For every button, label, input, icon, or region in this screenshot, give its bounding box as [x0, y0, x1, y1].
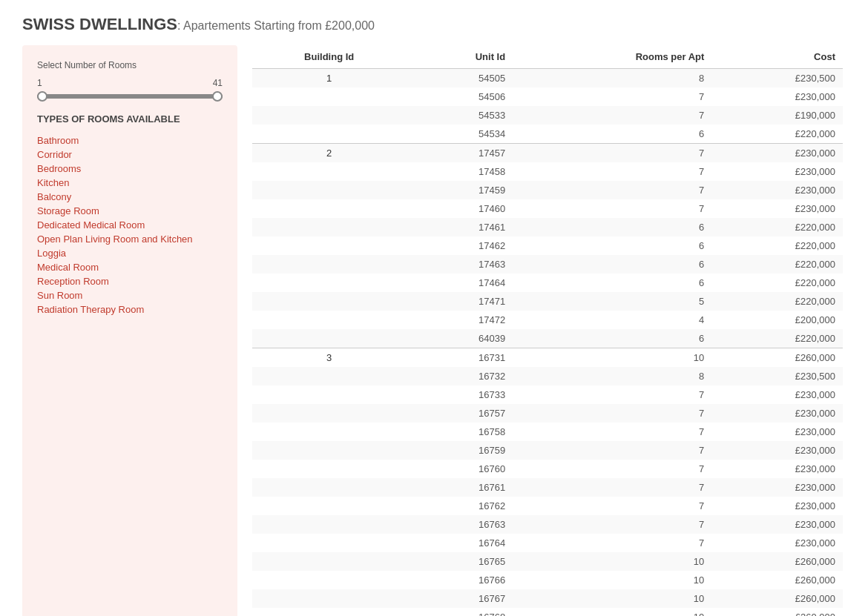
slider-track[interactable] [37, 94, 223, 99]
table-row: 174616£220,000 [252, 218, 843, 236]
table-row: 174626£220,000 [252, 236, 843, 255]
cell-unit-id: 17457 [406, 144, 513, 163]
cell-cost: £220,000 [711, 255, 843, 274]
table-row: 174587£230,000 [252, 162, 843, 181]
room-type-item[interactable]: Open Plan Living Room and Kitchen [37, 232, 223, 246]
room-type-item[interactable]: Corridor [37, 148, 223, 162]
table-row: 1676810£260,000 [252, 608, 843, 616]
room-type-item[interactable]: Bedrooms [37, 162, 223, 176]
cell-cost: £260,000 [711, 348, 843, 368]
cell-unit-id: 16732 [406, 367, 513, 385]
cell-building-id [252, 460, 406, 478]
table-row: 167647£230,000 [252, 534, 843, 552]
cell-unit-id: 16767 [406, 589, 513, 608]
cell-rooms: 10 [513, 608, 711, 616]
cell-building-id: 2 [252, 144, 406, 163]
cell-unit-id: 64039 [406, 329, 513, 348]
cell-rooms: 6 [513, 255, 711, 274]
slider-fill [37, 94, 223, 99]
slider-min: 1 [37, 78, 42, 88]
cell-cost: £230,000 [711, 497, 843, 515]
cell-unit-id: 54505 [406, 69, 513, 88]
table-row: 545067£230,000 [252, 87, 843, 106]
table-row: 174636£220,000 [252, 255, 843, 274]
cell-unit-id: 16762 [406, 497, 513, 515]
cell-building-id [252, 311, 406, 329]
cell-building-id [252, 125, 406, 144]
cell-cost: £260,000 [711, 571, 843, 589]
cell-rooms: 4 [513, 311, 711, 329]
cell-rooms: 7 [513, 515, 711, 534]
slider-section: Select Number of Rooms 1 41 [37, 60, 223, 99]
table-row: 545346£220,000 [252, 125, 843, 144]
room-type-item[interactable]: Medical Room [37, 260, 223, 274]
cell-rooms: 10 [513, 589, 711, 608]
cell-unit-id: 54506 [406, 87, 513, 106]
cell-rooms: 6 [513, 125, 711, 144]
cell-unit-id: 16765 [406, 552, 513, 571]
table-row: 167597£230,000 [252, 441, 843, 460]
table-row: 167627£230,000 [252, 497, 843, 515]
table-row: 1676710£260,000 [252, 589, 843, 608]
room-type-item[interactable]: Dedicated Medical Room [37, 218, 223, 232]
cell-rooms: 7 [513, 199, 711, 218]
cell-rooms: 7 [513, 106, 711, 125]
cell-rooms: 8 [513, 367, 711, 385]
cell-cost: £220,000 [711, 236, 843, 255]
room-type-item[interactable]: Loggia [37, 246, 223, 260]
cell-rooms: 6 [513, 274, 711, 292]
room-type-item[interactable]: Bathroom [37, 133, 223, 148]
cell-building-id [252, 236, 406, 255]
table-row: 167587£230,000 [252, 423, 843, 441]
slider-range: 1 41 [37, 78, 223, 88]
table-row: 174607£230,000 [252, 199, 843, 218]
room-types-list: BathroomCorridorBedroomsKitchenBalconySt… [37, 133, 223, 317]
cell-cost: £260,000 [711, 608, 843, 616]
table-row: 167577£230,000 [252, 404, 843, 423]
cell-cost: £260,000 [711, 552, 843, 571]
cell-rooms: 5 [513, 292, 711, 311]
cell-rooms: 7 [513, 181, 711, 199]
cell-cost: £230,000 [711, 534, 843, 552]
cell-building-id [252, 534, 406, 552]
cell-building-id [252, 589, 406, 608]
cell-building-id [252, 423, 406, 441]
slider-thumb-right[interactable] [212, 91, 223, 102]
table-row: 2174577£230,000 [252, 144, 843, 163]
cell-cost: £230,000 [711, 162, 843, 181]
cell-unit-id: 17463 [406, 255, 513, 274]
cell-rooms: 7 [513, 144, 711, 163]
cell-rooms: 7 [513, 162, 711, 181]
cell-unit-id: 17462 [406, 236, 513, 255]
slider-label: Select Number of Rooms [37, 60, 223, 70]
data-table: Building Id Unit Id Rooms per Apt Cost 1… [252, 45, 843, 616]
room-type-item[interactable]: Storage Room [37, 204, 223, 218]
cell-unit-id: 16757 [406, 404, 513, 423]
room-type-item[interactable]: Sun Room [37, 288, 223, 302]
table-row: 174646£220,000 [252, 274, 843, 292]
table-row: 1676610£260,000 [252, 571, 843, 589]
cell-building-id [252, 274, 406, 292]
room-type-item[interactable]: Kitchen [37, 176, 223, 190]
table-row: 640396£220,000 [252, 329, 843, 348]
cell-unit-id: 17464 [406, 274, 513, 292]
cell-building-id [252, 218, 406, 236]
cell-cost: £230,000 [711, 441, 843, 460]
room-type-item[interactable]: Balcony [37, 190, 223, 204]
cell-rooms: 7 [513, 534, 711, 552]
table-row: 174715£220,000 [252, 292, 843, 311]
cell-rooms: 6 [513, 329, 711, 348]
cell-rooms: 7 [513, 87, 711, 106]
cell-cost: £230,000 [711, 385, 843, 404]
slider-thumb-left[interactable] [37, 91, 47, 102]
table-row: 1676510£260,000 [252, 552, 843, 571]
cell-unit-id: 17472 [406, 311, 513, 329]
cell-building-id [252, 329, 406, 348]
cell-building-id [252, 292, 406, 311]
cell-unit-id: 17459 [406, 181, 513, 199]
col-cost: Cost [711, 45, 843, 69]
room-type-item[interactable]: Radiation Therapy Room [37, 302, 223, 317]
room-type-item[interactable]: Reception Room [37, 274, 223, 288]
cell-cost: £220,000 [711, 329, 843, 348]
table-row: 1545058£230,500 [252, 69, 843, 88]
